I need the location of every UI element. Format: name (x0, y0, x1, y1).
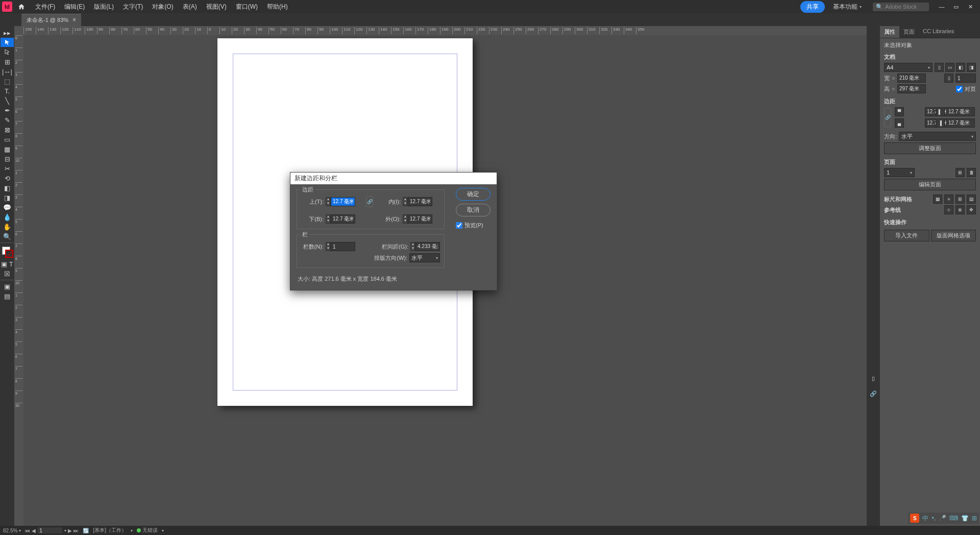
scissors-tool-icon[interactable]: ✂ (1, 164, 14, 173)
tray-skin-icon[interactable]: 👕 (961, 515, 969, 522)
tray-app-icon[interactable]: S (910, 514, 919, 523)
tray-toolbox-icon[interactable]: ⊞ (972, 515, 977, 522)
tray-punct-icon[interactable]: •, (932, 515, 936, 522)
edit-page-button[interactable]: 编辑页面 (884, 179, 976, 190)
page-preset-select[interactable]: A4▾ (884, 63, 933, 72)
grid-icon-1[interactable]: ▦ (933, 194, 942, 204)
menu-help[interactable]: 帮助(H) (265, 2, 289, 12)
adjust-layout-button[interactable]: 调整版面 (884, 142, 976, 154)
orientation-landscape-icon[interactable]: ▭ (945, 63, 954, 72)
page-tool-icon[interactable]: ⊞ (1, 57, 14, 66)
panel-margin-inside-input[interactable] (946, 107, 975, 116)
hand-tool-icon[interactable]: ✋ (1, 222, 14, 231)
maximize-button[interactable]: ▭ (952, 3, 960, 10)
gradient-swatch-tool-icon[interactable]: ◧ (1, 183, 14, 192)
current-page-select[interactable]: 1▾ (884, 168, 915, 177)
content-collector-tool-icon[interactable]: ⬚ (1, 77, 14, 86)
width-input[interactable] (897, 74, 926, 83)
dock-link-icon[interactable]: 🔗 (868, 388, 878, 399)
close-button[interactable]: ✕ (967, 3, 974, 10)
tray-mic-icon[interactable]: 🎤 (939, 515, 946, 522)
canvas-area[interactable]: 1501401301201101009080706050403020100102… (14, 26, 867, 526)
close-tab-icon[interactable]: × (72, 16, 76, 23)
menu-type[interactable]: 文字(T) (121, 2, 144, 12)
orientation-select[interactable]: 水平▾ (899, 132, 976, 141)
note-tool-icon[interactable]: 💬 (1, 203, 14, 212)
grid-icon-3[interactable]: ⊞ (955, 194, 965, 204)
apply-none-icon[interactable]: ☒ (1, 269, 14, 278)
minimize-button[interactable]: — (938, 3, 945, 10)
zoom-level[interactable]: 82.5% ▾ (3, 528, 21, 533)
horizontal-grid-tool-icon[interactable]: ▦ (1, 144, 14, 154)
tab-properties[interactable]: 属性 (880, 26, 899, 38)
menu-layout[interactable]: 版面(L) (92, 2, 115, 12)
dock-page-icon[interactable]: ▯ (868, 373, 878, 383)
guides-icon-1[interactable]: ⊹ (944, 205, 953, 214)
type-tool-icon[interactable]: T. (1, 86, 14, 95)
gradient-feather-tool-icon[interactable]: ◨ (1, 193, 14, 202)
home-icon[interactable] (15, 1, 28, 13)
margin-top-input[interactable]: ▲▼ (326, 197, 355, 206)
document-tab[interactable]: 未命名-1 @ 83% × (21, 14, 81, 26)
link-margins-icon[interactable]: 🔗 (366, 196, 373, 207)
ok-button[interactable]: 确定 (456, 188, 491, 201)
vertical-ruler[interactable]: 0123456789101234567892012345678930 (14, 35, 23, 526)
page-nav[interactable]: ⏮◀ ▾ ▶⏭ (25, 527, 79, 534)
preview-checkbox-input[interactable] (456, 222, 462, 229)
menu-edit[interactable]: 编辑(E) (63, 2, 86, 12)
columns-input[interactable]: ▲▼ (326, 242, 355, 251)
fill-stroke-swatch[interactable] (2, 247, 12, 259)
binding-right-icon[interactable]: ◨ (967, 63, 976, 72)
selection-tool-icon[interactable] (1, 38, 14, 47)
delete-page-icon[interactable]: 🗑 (967, 168, 976, 177)
page-input[interactable] (37, 527, 63, 534)
margin-bottom-input[interactable]: ▲▼ (326, 214, 355, 224)
panel-link-margins-icon[interactable]: 🔗 (884, 108, 891, 127)
tab-pages[interactable]: 页面 (899, 26, 919, 38)
menu-window[interactable]: 窗口(W) (234, 2, 259, 12)
menu-object[interactable]: 对象(O) (151, 2, 175, 12)
menu-table[interactable]: 表(A) (181, 2, 199, 12)
margin-inside-input[interactable]: ▲▼ (403, 197, 432, 206)
workspace-selector[interactable]: 基本功能▾ (833, 3, 862, 11)
view-mode-normal-icon[interactable]: ▣ (1, 282, 14, 291)
layout-options-button[interactable]: 版面网格选项 (931, 230, 976, 241)
menu-view[interactable]: 视图(V) (205, 2, 228, 12)
pages-icon[interactable]: ▯ (944, 74, 953, 83)
line-tool-icon[interactable]: ╲ (1, 96, 14, 105)
tray-keyboard-icon[interactable]: ⌨ (949, 515, 958, 522)
open-panel-icon[interactable]: 🔃 (83, 528, 89, 533)
guides-icon-3[interactable]: ✥ (967, 205, 976, 214)
pencil-tool-icon[interactable]: ✎ (1, 115, 14, 125)
view-mode-preview-icon[interactable]: ▤ (1, 291, 14, 301)
import-file-button[interactable]: 导入文件 (884, 230, 929, 241)
pen-tool-icon[interactable]: ✒ (1, 106, 14, 115)
direct-selection-tool-icon[interactable] (1, 47, 14, 57)
gutter-input[interactable]: ▲▼ (410, 242, 440, 251)
cancel-button[interactable]: 取消 (456, 204, 491, 216)
height-input[interactable] (897, 84, 926, 93)
page-count-input[interactable] (955, 74, 976, 83)
writing-direction-select[interactable]: 水平▾ (409, 253, 440, 262)
dialog-title[interactable]: 新建边距和分栏 (290, 173, 497, 184)
panel-margin-outside-input[interactable] (946, 118, 975, 128)
grid-icon-2[interactable]: ≡ (944, 194, 953, 204)
menu-file[interactable]: 文件(F) (34, 2, 57, 12)
zoom-tool-icon[interactable]: 🔍 (1, 232, 14, 241)
format-container-icon[interactable]: ▣ T (1, 259, 14, 269)
app-logo-icon[interactable]: Id (2, 2, 12, 12)
grid-icon-4[interactable]: ▤ (967, 194, 976, 204)
collapse-toolbar-icon[interactable]: ▸▸ (1, 28, 14, 37)
ruler-corner[interactable] (14, 26, 23, 35)
margin-outside-input[interactable]: ▲▼ (403, 214, 432, 224)
tab-cc-libraries[interactable]: CC Libraries (919, 26, 958, 38)
preview-checkbox[interactable]: 预览(P) (456, 222, 491, 229)
binding-left-icon[interactable]: ◧ (956, 63, 965, 72)
basic-working[interactable]: [基本]（工作） (93, 527, 127, 534)
facing-pages-checkbox[interactable] (956, 86, 963, 92)
eyedropper-tool-icon[interactable]: 💧 (1, 212, 14, 222)
rectangle-tool-icon[interactable]: ▭ (1, 135, 14, 144)
rectangle-frame-tool-icon[interactable]: ⊠ (1, 125, 14, 134)
guides-icon-2[interactable]: ⊕ (955, 205, 965, 214)
gap-tool-icon[interactable]: |↔| (1, 67, 14, 76)
